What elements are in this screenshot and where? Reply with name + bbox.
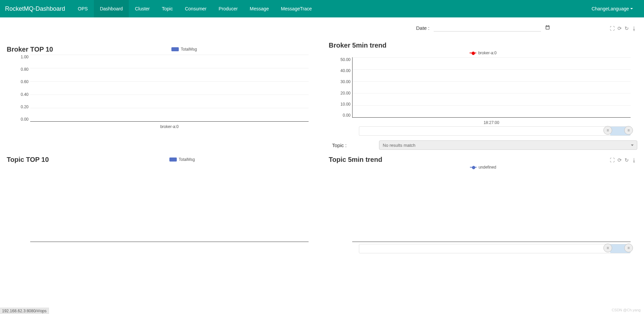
topic-select[interactable]: No results match: [379, 140, 637, 150]
panel-topic-top10: Topic TOP 10 TotalMsg: [0, 156, 322, 253]
zoom-icon[interactable]: ⛶: [610, 25, 615, 32]
nav-right: ChangeLanguage: [586, 0, 639, 17]
chart-topic-top10: [30, 165, 309, 242]
brand[interactable]: RocketMQ-Dashboard: [5, 5, 65, 12]
caret-down-icon: [630, 8, 633, 9]
calendar-icon[interactable]: [545, 25, 550, 31]
baseline: [352, 242, 631, 242]
download-icon[interactable]: ⭳: [632, 157, 637, 163]
chart-title-topic-top10: Topic TOP 10: [7, 156, 49, 164]
change-language-label: ChangeLanguage: [592, 6, 629, 11]
refresh-icon[interactable]: ↻: [625, 157, 629, 163]
topic-filter-row: Topic : No results match: [329, 140, 637, 150]
chart-title-topic-5min: Topic 5min trend: [329, 156, 637, 164]
refresh-icon[interactable]: ↻: [625, 25, 629, 32]
navbar: RocketMQ-Dashboard OPS Dashboard Cluster…: [0, 0, 644, 17]
date-label: Date :: [416, 25, 429, 31]
chart-toolbar: ⛶ ⟳ ↻ ⭳: [610, 25, 637, 32]
chart-broker-top10: 1.00 0.80 0.60 0.40 0.20 0.00 broker-a:0: [30, 55, 309, 128]
change-language-dropdown[interactable]: ChangeLanguage: [586, 0, 639, 17]
x-axis-label: 18:27:00: [352, 120, 631, 125]
chart-title-broker-top10: Broker TOP 10: [7, 46, 53, 53]
plot-area: [352, 57, 631, 118]
legend-line-broker: [470, 53, 476, 53]
legend-line-topic: [470, 167, 477, 168]
panel-broker-top10: Broker TOP 10 TotalMsg 1.00 0.80 0.60 0.…: [0, 24, 322, 152]
nav-ops[interactable]: OPS: [72, 0, 94, 17]
date-row: Date :: [329, 24, 637, 32]
date-input[interactable]: [434, 24, 541, 32]
slider-handle-right[interactable]: ≡: [624, 126, 633, 135]
slider-handle-left[interactable]: ≡: [603, 244, 612, 252]
legend-label-broker: broker-a:0: [478, 51, 497, 55]
baseline: [30, 242, 309, 242]
nav-cluster[interactable]: Cluster: [129, 0, 156, 17]
x-axis-label: broker-a:0: [30, 124, 309, 129]
chart-toolbar2: ⛶ ⟳ ↻ ⭳: [610, 157, 637, 163]
legend-label-totalmsg: TotalMsg: [181, 47, 197, 52]
legend-swatch-totalmsg2: [169, 158, 177, 162]
panel-topic-5min: Topic 5min trend ⛶ ⟳ ↻ ⭳ undefined ≡ ≡: [322, 156, 644, 253]
slider-handle-right[interactable]: ≡: [624, 244, 633, 252]
content: Broker TOP 10 TotalMsg 1.00 0.80 0.60 0.…: [0, 17, 644, 253]
download-icon[interactable]: ⭳: [632, 25, 637, 32]
nav-producer[interactable]: Producer: [213, 0, 244, 17]
chart-broker-5min: 50.00 40.00 30.00 20.00 10.00 0.00 18:27…: [352, 57, 631, 124]
nav-message[interactable]: Message: [244, 0, 275, 17]
legend-label-totalmsg2: TotalMsg: [179, 157, 195, 162]
restore-icon[interactable]: ⟳: [618, 157, 622, 163]
legend-label-topic: undefined: [479, 165, 496, 170]
topic-select-value: No results match: [383, 143, 416, 148]
plot-area: [30, 55, 309, 122]
chart-topic-5min: [352, 172, 631, 242]
nav-dashboard[interactable]: Dashboard: [94, 0, 129, 17]
panel-broker-5min: Date : Broker 5min trend ⛶ ⟳ ↻ ⭳ broker-…: [322, 24, 644, 152]
nav-messagetrace[interactable]: MessageTrace: [275, 0, 318, 17]
nav-items: OPS Dashboard Cluster Topic Consumer Pro…: [72, 0, 318, 17]
legend-swatch-totalmsg: [171, 47, 179, 51]
slider-handle-left[interactable]: ≡: [603, 126, 612, 135]
y-axis: 50.00 40.00 30.00 20.00 10.00 0.00: [335, 57, 351, 118]
nav-consumer[interactable]: Consumer: [179, 0, 213, 17]
zoom-icon[interactable]: ⛶: [610, 157, 615, 163]
nav-topic[interactable]: Topic: [156, 0, 179, 17]
topic-label: Topic :: [332, 142, 372, 148]
y-axis: 1.00 0.80 0.60 0.40 0.20 0.00: [13, 55, 29, 122]
restore-icon[interactable]: ⟳: [618, 25, 622, 32]
range-slider-2[interactable]: ≡ ≡: [359, 244, 631, 253]
chart-title-broker-5min: Broker 5min trend: [329, 42, 637, 49]
range-slider[interactable]: ≡ ≡: [359, 126, 631, 136]
